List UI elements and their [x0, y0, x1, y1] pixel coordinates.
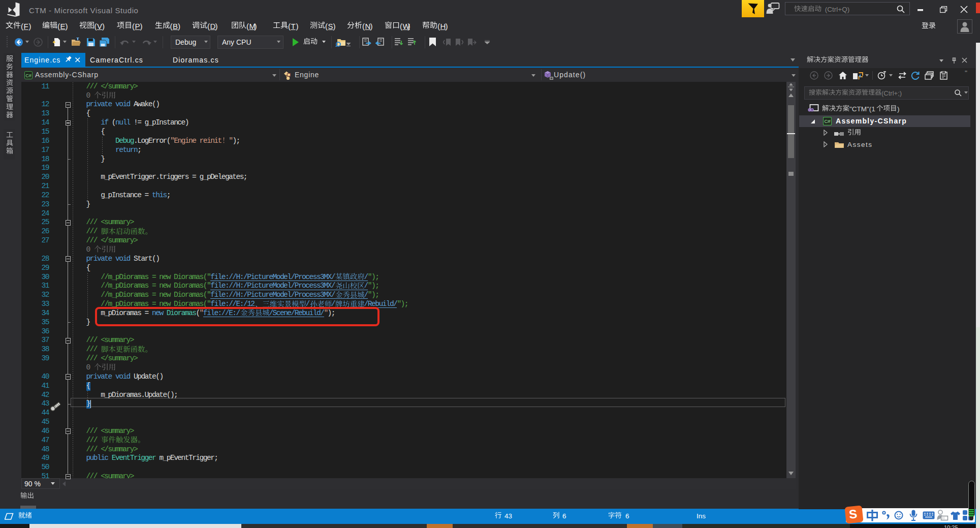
svg-text:C#: C# — [824, 118, 831, 124]
svg-text:C#: C# — [25, 73, 31, 78]
